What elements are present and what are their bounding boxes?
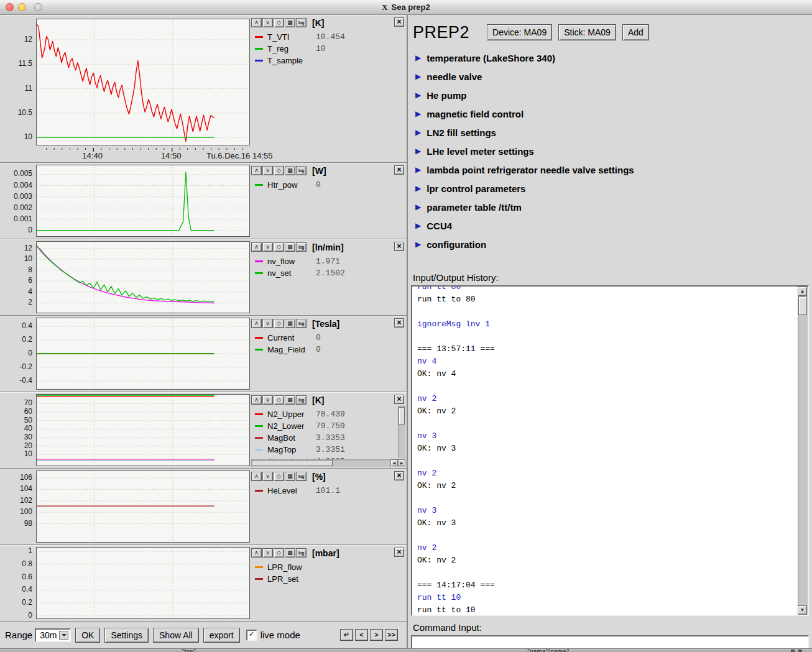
- pan-up-button[interactable]: ∧: [251, 166, 262, 175]
- tree-item[interactable]: ▶magnetic field control: [408, 104, 812, 123]
- unit-label: [ln/min]: [312, 242, 344, 252]
- tree-item[interactable]: ▶CCU4: [408, 216, 812, 235]
- close-graph-button[interactable]: ×: [394, 548, 404, 557]
- legend-vscrollbar[interactable]: [398, 406, 405, 458]
- legend-series-row[interactable]: N2_Upper78.439: [251, 408, 405, 420]
- log-scale-button[interactable]: log: [296, 166, 307, 175]
- ok-button[interactable]: OK: [75, 628, 100, 643]
- pan-down-button[interactable]: ∨: [262, 548, 273, 558]
- plot-area-heater-power[interactable]: [36, 165, 250, 237]
- grid-button[interactable]: ▦: [285, 548, 295, 558]
- scroll-left-icon[interactable]: ◀: [390, 459, 398, 466]
- plot-area-temperature[interactable]: [36, 19, 250, 145]
- plot-area-lpr[interactable]: [36, 547, 250, 619]
- pan-up-button[interactable]: ∧: [251, 548, 262, 558]
- settings-button[interactable]: Settings: [104, 628, 149, 643]
- scroll-down-icon[interactable]: ▼: [798, 605, 807, 615]
- log-scale-button[interactable]: log: [296, 18, 307, 27]
- legend-series-row[interactable]: T_reg10: [251, 43, 405, 55]
- grid-button[interactable]: ▦: [285, 472, 295, 481]
- pan-down-button[interactable]: ∨: [262, 395, 273, 405]
- tree-item[interactable]: ▶parameter table /tt/tm: [408, 198, 812, 216]
- tree-item[interactable]: ▶LN2 fill settings: [408, 123, 812, 142]
- zoom-button[interactable]: ◇: [274, 319, 284, 328]
- pan-down-button[interactable]: ∨: [262, 242, 273, 252]
- scrollbar-thumb[interactable]: [798, 296, 807, 315]
- pan-down-button[interactable]: ∨: [262, 166, 273, 175]
- stick-button[interactable]: Stick: MA09: [558, 24, 616, 40]
- range-select[interactable]: 30m: [35, 628, 71, 642]
- log-scale-button[interactable]: log: [296, 548, 307, 558]
- zoom-button[interactable]: ◇: [274, 166, 284, 175]
- legend-series-row[interactable]: MagBot3.3353: [251, 432, 405, 444]
- grid-button[interactable]: ▦: [285, 18, 295, 27]
- zoom-button[interactable]: ◇: [274, 548, 284, 558]
- legend-series-row[interactable]: N2_Lower79.759: [251, 420, 405, 432]
- pan-down-button[interactable]: ∨: [262, 472, 273, 481]
- tree-item[interactable]: ▶He pump: [408, 86, 812, 104]
- pan-up-button[interactable]: ∧: [251, 319, 262, 328]
- legend-series-row[interactable]: LPR_flow: [251, 561, 405, 573]
- pan-up-button[interactable]: ∧: [251, 472, 262, 481]
- legend-series-row[interactable]: T_VTI10.454: [251, 31, 405, 43]
- pan-up-button[interactable]: ∧: [251, 18, 262, 27]
- tree-item[interactable]: ▶configuration: [408, 235, 812, 254]
- tree-item[interactable]: ▶temperature (LakeShore 340): [408, 48, 812, 67]
- device-button[interactable]: Device: MA09: [487, 24, 552, 40]
- plot-area-he-level[interactable]: [36, 471, 250, 543]
- legend-series-row[interactable]: nv_flow1.971: [251, 255, 405, 267]
- pan-down-button[interactable]: ∨: [262, 319, 273, 328]
- pan-up-button[interactable]: ∧: [251, 242, 262, 252]
- plot-area-cryo-temps[interactable]: [36, 394, 250, 466]
- scroll-right-icon[interactable]: ▶: [398, 459, 405, 466]
- scroll-up-icon[interactable]: ▲: [798, 287, 807, 296]
- legend-series-row[interactable]: Mag_Field0: [251, 344, 405, 356]
- grid-button[interactable]: ▦: [285, 242, 295, 252]
- live-mode-checkbox[interactable]: ✓: [246, 630, 257, 641]
- log-scale-button[interactable]: log: [296, 319, 307, 328]
- legend-series-row[interactable]: Current0: [251, 332, 405, 344]
- zoom-button[interactable]: ◇: [274, 395, 284, 405]
- tree-item[interactable]: ▶lpr control parameters: [408, 179, 812, 198]
- io-history[interactable]: run tt 80run tt to 80 ignoreMsg lnv 1 ==…: [411, 285, 809, 616]
- legend-hscrollbar[interactable]: ◀▶: [251, 459, 405, 467]
- history-scrollbar[interactable]: ▲ ▼: [798, 287, 808, 615]
- close-graph-button[interactable]: ×: [394, 17, 404, 27]
- tree-item[interactable]: ▶lambda point refrigerator needle valve …: [408, 160, 812, 179]
- grid-button[interactable]: ▦: [285, 319, 295, 328]
- step-forward-button[interactable]: >: [370, 629, 383, 641]
- log-scale-button[interactable]: log: [296, 395, 307, 405]
- grid-button[interactable]: ▦: [285, 395, 295, 405]
- zoom-button[interactable]: ◇: [274, 472, 284, 481]
- scrollbar-thumb[interactable]: [252, 460, 333, 466]
- refresh-button[interactable]: ↵: [340, 629, 353, 641]
- zoom-button[interactable]: ◇: [274, 242, 284, 252]
- close-graph-button[interactable]: ×: [394, 165, 404, 175]
- export-button[interactable]: export: [203, 628, 240, 643]
- zoom-button[interactable]: ◇: [274, 18, 284, 27]
- grid-button[interactable]: ▦: [285, 166, 295, 175]
- close-graph-button[interactable]: ×: [394, 242, 404, 251]
- legend-series-row[interactable]: LPR_set: [251, 573, 405, 585]
- close-graph-button[interactable]: ×: [394, 318, 404, 328]
- pan-down-button[interactable]: ∨: [262, 18, 273, 27]
- legend-series-row[interactable]: T_sample: [251, 55, 405, 67]
- close-graph-button[interactable]: ×: [394, 471, 404, 480]
- pan-up-button[interactable]: ∧: [251, 395, 262, 405]
- close-graph-button[interactable]: ×: [394, 395, 404, 404]
- plot-area-needle-valve[interactable]: [36, 241, 250, 313]
- scrollbar-thumb[interactable]: [399, 407, 405, 425]
- legend-series-row[interactable]: HeLevel101.1: [251, 485, 405, 497]
- log-scale-button[interactable]: log: [296, 242, 307, 252]
- log-scale-button[interactable]: log: [296, 472, 307, 481]
- show-all-button[interactable]: Show All: [153, 628, 199, 643]
- legend-series-row[interactable]: MagTop3.3351: [251, 444, 405, 456]
- step-back-button[interactable]: <: [355, 629, 368, 641]
- legend-series-row[interactable]: Htr_pow0: [251, 179, 405, 191]
- tree-item[interactable]: ▶LHe level meter settings: [408, 142, 812, 160]
- legend-series-row[interactable]: nv_set2.1502: [251, 267, 405, 279]
- add-button[interactable]: Add: [622, 24, 649, 40]
- skip-end-button[interactable]: >>: [385, 629, 398, 641]
- tree-item[interactable]: ▶needle valve: [408, 67, 812, 86]
- plot-area-magnet[interactable]: [36, 318, 250, 390]
